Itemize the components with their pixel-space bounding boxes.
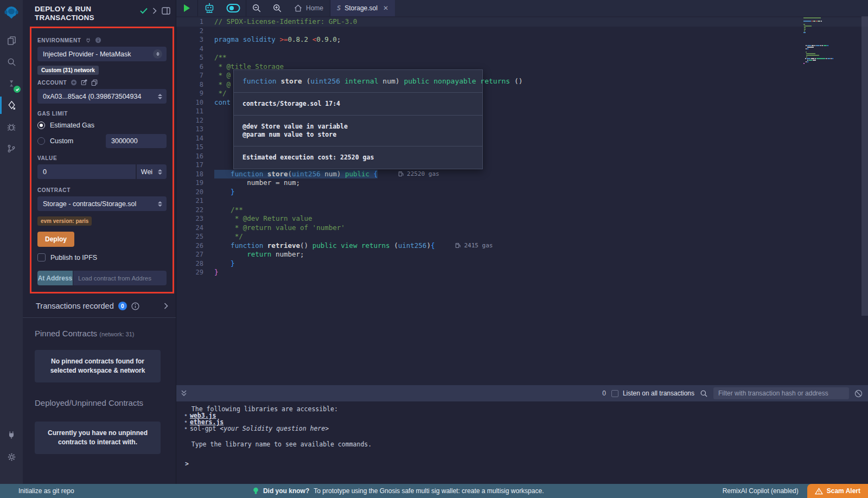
listen-checkbox[interactable]: [611, 390, 618, 397]
play-icon: [184, 4, 190, 12]
scam-alert-button[interactable]: Scam Alert: [807, 484, 868, 498]
solidity-compiler-icon[interactable]: [0, 73, 23, 94]
listen-all-transactions[interactable]: Listen on all transactions: [611, 390, 694, 397]
settings-gear-icon[interactable]: [0, 446, 23, 468]
terminal-prompt[interactable]: >: [184, 460, 868, 468]
sign-message-icon[interactable]: [81, 79, 87, 86]
collapse-terminal-icon[interactable]: [181, 390, 187, 397]
clear-console-icon[interactable]: [854, 390, 863, 398]
deploy-run-icon[interactable]: [0, 94, 23, 116]
at-address-input[interactable]: [73, 271, 167, 285]
status-bar: Initialize as git repo Did you know? To …: [0, 484, 868, 498]
git-icon[interactable]: [0, 138, 23, 159]
remix-logo[interactable]: [0, 0, 23, 25]
line-number: 13: [176, 125, 203, 134]
panel-header: DEPLOY & RUN TRANSACTIONS: [23, 0, 176, 24]
terminal-library-item: •web3.js: [184, 412, 868, 419]
plugin-manager-icon[interactable]: [0, 424, 23, 446]
warning-icon: [815, 488, 823, 495]
account-stepper-icon: [158, 94, 162, 99]
line-number: 1: [176, 17, 203, 27]
tab-home[interactable]: Home: [288, 0, 330, 16]
search-icon[interactable]: [0, 51, 23, 73]
line-number: 6: [176, 62, 203, 72]
panel-pin-layout-icon[interactable]: [162, 7, 170, 15]
custom-gas-input[interactable]: [106, 134, 167, 148]
code-line: 23 * @dev Return value: [176, 214, 868, 224]
publish-ipfs-option[interactable]: Publish to IPFS: [37, 253, 167, 261]
line-number: 3: [176, 35, 203, 44]
rail-bottom-group: [0, 424, 23, 468]
code-editor[interactable]: 1// SPDX-License-Identifier: GPL-3.023pr…: [176, 16, 868, 385]
environment-info-icon[interactable]: [95, 37, 101, 43]
value-input[interactable]: [37, 164, 136, 179]
code-line: 1// SPDX-License-Identifier: GPL-3.0: [176, 17, 868, 27]
app-window: DEPLOY & RUN TRANSACTIONS ENVIRONMENT In…: [0, 0, 868, 484]
home-icon: [294, 4, 302, 12]
at-address-button[interactable]: At Address: [37, 271, 73, 285]
transactions-expand-icon[interactable]: [164, 303, 168, 309]
custom-gas-option[interactable]: Custom: [37, 134, 167, 148]
line-number: 24: [176, 224, 203, 233]
line-number: 7: [176, 71, 203, 80]
editor-minimap[interactable]: [803, 17, 834, 65]
line-number: 2: [176, 27, 203, 36]
zoom-in-icon[interactable]: [267, 0, 288, 16]
line-number: 4: [176, 44, 203, 54]
publish-ipfs-checkbox[interactable]: [37, 253, 46, 261]
tooltip-signature: function store (uint256 internal num) pu…: [242, 77, 474, 85]
transactions-info-icon[interactable]: [131, 302, 139, 310]
line-number: 23: [176, 214, 203, 224]
value-label: VALUE: [37, 155, 167, 161]
run-script-button[interactable]: [176, 0, 197, 16]
transactions-count-badge: 0: [118, 302, 127, 310]
line-number: 25: [176, 232, 203, 241]
code-line: 18 function store(uint256 num) public {2…: [176, 170, 868, 179]
solidity-file-icon: S: [337, 4, 341, 12]
ai-copilot-robot-icon[interactable]: [198, 0, 221, 16]
contract-select[interactable]: Storage - contracts/Storage.sol: [37, 196, 167, 211]
account-select[interactable]: 0xA03...85ac4 (0.398673504934: [37, 89, 167, 104]
terminal-filter-input[interactable]: [713, 387, 849, 399]
plug-icon: [85, 37, 91, 43]
editor-scrollbar[interactable]: [861, 16, 868, 316]
copy-account-icon[interactable]: [91, 79, 98, 86]
panel-chevron-right-icon[interactable]: [152, 8, 157, 14]
pinned-network-subtitle: (network: 31): [99, 331, 134, 337]
file-explorer-icon[interactable]: [0, 29, 23, 51]
environment-select[interactable]: Injected Provider - MetaMask: [37, 47, 167, 61]
deploy-button[interactable]: Deploy: [37, 232, 74, 247]
unit-stepper-icon: [158, 169, 162, 175]
value-unit-select[interactable]: Wei: [137, 164, 167, 179]
code-line: 2: [176, 27, 868, 36]
tab-storage-sol[interactable]: S Storage.sol ✕: [330, 0, 395, 16]
estimated-gas-radio[interactable]: [37, 122, 45, 129]
transactions-recorded-row[interactable]: Transactions recorded 0: [23, 293, 176, 318]
estimated-gas-option[interactable]: Estimated Gas: [37, 122, 167, 129]
deploy-run-panel: DEPLOY & RUN TRANSACTIONS ENVIRONMENT In…: [23, 0, 176, 484]
line-number: 28: [176, 259, 203, 269]
close-tab-icon[interactable]: ✕: [383, 4, 388, 12]
line-number: 21: [176, 196, 203, 206]
tooltip-doc-param: @param num value to store: [242, 131, 474, 139]
terminal-header: 0 Listen on all transactions: [176, 385, 868, 401]
zoom-out-icon[interactable]: [246, 0, 267, 16]
code-line: 3pragma solidity >=0.8.2 <0.9.0;: [176, 35, 868, 44]
debugger-icon[interactable]: [0, 116, 23, 138]
listen-label: Listen on all transactions: [623, 390, 694, 397]
custom-gas-radio[interactable]: [37, 137, 45, 145]
add-account-icon[interactable]: [71, 79, 77, 86]
copilot-toggle[interactable]: [221, 0, 246, 16]
terminal-library-item: •sol-gpt <your Solidity question here>: [184, 425, 868, 432]
terminal-body[interactable]: The following libraries are accessible: …: [176, 401, 868, 484]
code-line: 26 function retrieve() public view retur…: [176, 241, 868, 251]
line-number: 9: [176, 89, 203, 98]
lightbulb-icon: [253, 487, 259, 495]
compile-success-badge: [14, 86, 21, 93]
copilot-status[interactable]: RemixAI Copilot (enabled): [723, 487, 807, 495]
account-label: ACCOUNT: [37, 79, 167, 86]
terminal-library-list: •web3.js•ethers.js•sol-gpt <your Solidit…: [184, 412, 868, 432]
panel-title: DEPLOY & RUN TRANSACTIONS: [35, 5, 94, 22]
git-init-status[interactable]: Initialize as git repo: [0, 487, 74, 495]
line-number: 16: [176, 152, 203, 161]
